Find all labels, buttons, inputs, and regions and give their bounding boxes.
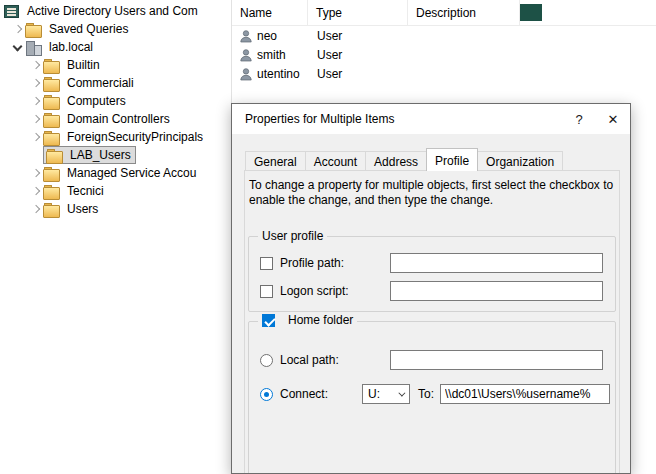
home-folder-label: Home folder <box>288 313 353 327</box>
tree-item-label: Users <box>64 201 101 217</box>
tree-item-saved-queries[interactable]: Saved Queries <box>0 20 231 38</box>
expand-icon[interactable] <box>10 22 25 37</box>
logon-script-row: Logon script: <box>260 281 608 301</box>
drive-letter-value: U: <box>368 387 380 401</box>
home-folder-legend: Home folder <box>258 313 357 327</box>
logon-script-input[interactable] <box>390 281 603 301</box>
column-header-name[interactable]: Name <box>232 0 308 25</box>
tree-item-label: Domain Controllers <box>64 111 173 127</box>
connect-row: Connect: U: To: <box>260 384 608 404</box>
properties-dialog: Properties for Multiple Items ? ✕ Genera… <box>231 103 631 474</box>
tree-item-root[interactable]: Active Directory Users and Com <box>0 2 231 20</box>
dialog-description: To change a property for multiple object… <box>249 178 615 208</box>
list-header: Name Type Description <box>232 0 656 26</box>
tree-item-lab-users[interactable]: LAB_Users <box>0 146 231 164</box>
tree-item-label: Builtin <box>64 57 103 73</box>
profile-path-label: Profile path: <box>280 256 344 270</box>
cell-type-text: User <box>308 29 408 43</box>
expand-icon[interactable] <box>28 94 43 109</box>
expand-icon[interactable] <box>28 76 43 91</box>
local-path-input[interactable] <box>390 350 603 370</box>
tree-item-managed-service-accounts[interactable]: Managed Service Accou <box>0 164 231 182</box>
tree-item-label: Active Directory Users and Com <box>24 3 201 19</box>
connect-label: Connect: <box>280 387 328 401</box>
local-path-radio[interactable] <box>260 354 273 367</box>
logon-script-label: Logon script: <box>280 284 349 298</box>
cell-name-text: smith <box>257 48 286 62</box>
user-icon <box>239 67 253 81</box>
profile-path-checkbox[interactable] <box>260 257 273 270</box>
expand-icon[interactable] <box>28 184 43 199</box>
folder-icon <box>46 149 62 162</box>
profile-path-input[interactable] <box>390 253 603 273</box>
cell-name-text: neo <box>257 29 277 43</box>
tree-item-lab-local[interactable]: lab.local <box>0 38 231 56</box>
header-artifact <box>520 4 542 21</box>
collapse-icon[interactable] <box>10 40 25 55</box>
tree-item-foreign-security-principals[interactable]: ForeignSecurityPrincipals <box>0 128 231 146</box>
folder-icon <box>43 131 59 144</box>
tree-item-builtin[interactable]: Builtin <box>0 56 231 74</box>
user-icon <box>239 29 253 43</box>
expand-spacer <box>28 148 43 163</box>
tab-profile[interactable]: Profile <box>426 148 478 171</box>
profile-path-row: Profile path: <box>260 253 608 273</box>
expand-icon[interactable] <box>28 112 43 127</box>
column-header-description[interactable]: Description <box>408 0 520 25</box>
user-profile-group: User profile Profile path: Logon script: <box>248 236 616 312</box>
tree-item-tecnici[interactable]: Tecnici <box>0 182 231 200</box>
chevron-down-icon <box>398 389 405 396</box>
tree-item-domain-controllers[interactable]: Domain Controllers <box>0 110 231 128</box>
connect-radio[interactable] <box>260 388 273 401</box>
to-label: To: <box>418 387 434 401</box>
folder-icon <box>43 167 59 180</box>
cell-name-text: utentino <box>257 67 300 81</box>
tab-organization[interactable]: Organization <box>477 151 563 171</box>
cell-type-text: User <box>308 67 408 81</box>
folder-icon <box>43 113 59 126</box>
dialog-titlebar[interactable]: Properties for Multiple Items ? ✕ <box>232 104 630 134</box>
column-header-type[interactable]: Type <box>308 0 408 25</box>
folder-icon <box>43 203 59 216</box>
home-folder-group: Home folder Local path: Connect: U: To: <box>248 321 616 474</box>
folder-icon <box>43 95 59 108</box>
expand-icon[interactable] <box>28 130 43 145</box>
local-path-row: Local path: <box>260 350 608 370</box>
user-profile-group-label: User profile <box>258 229 327 243</box>
tree-item-label: Managed Service Accou <box>64 165 199 181</box>
expand-icon[interactable] <box>28 166 43 181</box>
tree-item-label: lab.local <box>46 39 96 55</box>
folder-icon <box>43 59 59 72</box>
drive-letter-select[interactable]: U: <box>362 384 410 404</box>
list-item-neo[interactable]: neo User <box>232 26 656 45</box>
tree-item-computers[interactable]: Computers <box>0 92 231 110</box>
tab-general[interactable]: General <box>245 151 306 171</box>
list-item-utentino[interactable]: utentino User <box>232 64 656 83</box>
tree-item-label: ForeignSecurityPrincipals <box>64 129 206 145</box>
tree-item-label: LAB_Users <box>67 147 134 163</box>
expand-icon[interactable] <box>28 58 43 73</box>
expand-icon[interactable] <box>28 202 43 217</box>
folder-icon <box>43 185 59 198</box>
cell-type-text: User <box>308 48 408 62</box>
selected-tree-item[interactable]: LAB_Users <box>43 146 136 164</box>
folder-icon <box>25 23 41 36</box>
tree-item-commerciali[interactable]: Commerciali <box>0 74 231 92</box>
home-folder-checkbox[interactable] <box>262 314 275 327</box>
tree-item-label: Computers <box>64 93 129 109</box>
local-path-label: Local path: <box>280 353 339 367</box>
list-item-smith[interactable]: smith User <box>232 45 656 64</box>
home-folder-path-input[interactable] <box>440 384 610 404</box>
tree-item-label: Tecnici <box>64 183 107 199</box>
close-button[interactable]: ✕ <box>596 104 630 134</box>
tab-strip: General Account Address Profile Organiza… <box>245 148 562 171</box>
folder-icon <box>43 77 59 90</box>
tab-account[interactable]: Account <box>305 151 366 171</box>
logon-script-checkbox[interactable] <box>260 285 273 298</box>
tab-address[interactable]: Address <box>365 151 427 171</box>
help-button[interactable]: ? <box>562 104 596 134</box>
tree-item-label: Commerciali <box>64 75 137 91</box>
tree-item-label: Saved Queries <box>46 21 131 37</box>
tree-item-users[interactable]: Users <box>0 200 231 218</box>
dialog-title: Properties for Multiple Items <box>245 112 394 126</box>
